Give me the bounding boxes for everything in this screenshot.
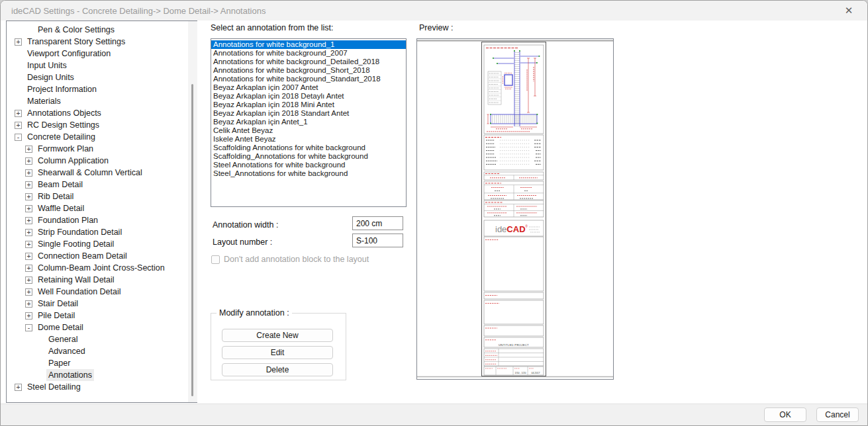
- list-item[interactable]: Steel_Annotations for white background: [211, 169, 406, 178]
- tree-item[interactable]: + Strip Foundation Detail: [7, 226, 197, 238]
- tree-expand-icon[interactable]: +: [25, 169, 32, 177]
- tree-expand-icon[interactable]: +: [25, 146, 32, 153]
- tree-item-label[interactable]: Input Units: [25, 60, 69, 71]
- tree-expand-icon[interactable]: +: [25, 205, 32, 212]
- tree-expand-icon[interactable]: -: [15, 134, 22, 141]
- tree-item-label[interactable]: Well Foundation Detail: [36, 286, 123, 298]
- tree-expand-icon[interactable]: +: [15, 384, 22, 391]
- tree-expand-icon[interactable]: +: [25, 217, 32, 224]
- tree-item[interactable]: + Waffle Detail: [7, 202, 197, 214]
- tree-item-label[interactable]: Annotations Objects: [25, 107, 103, 119]
- tree-expand-icon[interactable]: +: [25, 288, 32, 296]
- tree-item[interactable]: + Annotations Objects: [7, 107, 197, 119]
- tree-item-label[interactable]: Strip Foundation Detail: [36, 226, 124, 238]
- tree-item[interactable]: + Well Foundation Detail: [7, 286, 197, 298]
- tree-item-label[interactable]: Paper: [46, 357, 72, 369]
- tree-item-label[interactable]: Design Units: [25, 71, 76, 83]
- tree-item-label[interactable]: Connection Beam Detail: [36, 250, 129, 262]
- tree-item[interactable]: Paper: [7, 357, 197, 369]
- tree-item[interactable]: Materials: [7, 95, 197, 107]
- tree-expand-icon[interactable]: -: [25, 324, 32, 331]
- tree-item-label[interactable]: Transparent Story Settings: [25, 36, 127, 48]
- list-item[interactable]: Annotations for white background_2007: [211, 49, 406, 58]
- list-item[interactable]: Iskele Antet Beyaz: [211, 135, 406, 144]
- list-item[interactable]: Scaffolding_Annotations for white backgr…: [211, 152, 406, 161]
- list-item[interactable]: Annotations for white background_1: [211, 40, 406, 49]
- tree-item[interactable]: + Column Application: [7, 155, 197, 167]
- tree-item[interactable]: + Stair Detail: [7, 298, 197, 310]
- tree-item[interactable]: + Single Footing Detail: [7, 238, 197, 250]
- list-item[interactable]: Beyaz Arkaplan için Antet_1: [211, 118, 406, 126]
- tree-expand-icon[interactable]: +: [15, 38, 22, 46]
- tree-expand-icon[interactable]: +: [15, 110, 22, 117]
- layout-number-input[interactable]: [352, 234, 403, 247]
- tree-expand-icon[interactable]: +: [25, 300, 32, 308]
- tree-expand-icon[interactable]: +: [25, 312, 32, 320]
- close-icon[interactable]: ✕: [834, 1, 863, 21]
- tree-item-label[interactable]: Single Footing Detail: [36, 238, 116, 250]
- tree-item[interactable]: Annotations: [7, 369, 197, 381]
- tree-item-label[interactable]: RC Design Settings: [25, 119, 101, 131]
- tree-item[interactable]: + Pile Detail: [7, 310, 197, 321]
- tree-expand-icon[interactable]: +: [25, 229, 32, 236]
- tree-item[interactable]: Project Information: [7, 83, 197, 95]
- tree-item-label[interactable]: Dome Detail: [36, 321, 85, 333]
- tree-item-label[interactable]: Project Information: [25, 83, 99, 95]
- tree-item[interactable]: - Dome Detail: [7, 321, 197, 333]
- tree-item-label[interactable]: Steel Detailing: [25, 381, 83, 393]
- list-item[interactable]: Scaffolding Annotations for white backgr…: [211, 144, 406, 152]
- tree-expand-icon[interactable]: +: [15, 122, 22, 129]
- list-item[interactable]: Beyaz Arkaplan için 2018 Mini Antet: [211, 101, 406, 109]
- list-item[interactable]: Beyaz Arkaplan için 2018 Standart Antet: [211, 109, 406, 118]
- tree-item[interactable]: + Retaining Wall Detail: [7, 274, 197, 286]
- tree-item-label[interactable]: Annotations: [46, 369, 94, 381]
- tree-item-label[interactable]: Viewport Configuration: [25, 48, 113, 60]
- tree-item[interactable]: + Foundation Plan: [7, 214, 197, 226]
- tree-item[interactable]: + Steel Detailing: [7, 381, 197, 393]
- dont-add-annotation-checkbox[interactable]: [211, 255, 220, 264]
- tree-expand-icon[interactable]: +: [25, 181, 32, 189]
- annotation-list[interactable]: Annotations for white background_1Annota…: [211, 38, 407, 207]
- tree-item[interactable]: + Connection Beam Detail: [7, 250, 197, 262]
- annotation-width-input[interactable]: [352, 216, 403, 230]
- list-item[interactable]: Annotations for white background_Standar…: [211, 75, 406, 83]
- tree-item-label[interactable]: Retaining Wall Detail: [36, 274, 117, 286]
- tree-item[interactable]: + Shearwall & Column Vertical: [7, 167, 197, 179]
- tree-expand-icon[interactable]: +: [25, 253, 32, 260]
- tree-item[interactable]: - Concrete Detailing: [7, 131, 197, 143]
- tree-item-label[interactable]: Shearwall & Column Vertical: [36, 167, 144, 179]
- tree-item[interactable]: + Column-Beam Joint Cross-Section: [7, 262, 197, 274]
- cancel-button[interactable]: Cancel: [816, 407, 859, 422]
- tree-item-label[interactable]: Concrete Detailing: [25, 131, 97, 143]
- tree-item-label[interactable]: Pile Detail: [36, 310, 77, 321]
- tree-item-label[interactable]: General: [46, 333, 79, 345]
- tree-item[interactable]: + Transparent Story Settings: [7, 36, 197, 48]
- tree-expand-icon[interactable]: +: [25, 265, 32, 272]
- tree-item-label[interactable]: Pen & Color Settings: [36, 24, 117, 36]
- tree-expand-icon[interactable]: +: [25, 241, 32, 248]
- tree-item[interactable]: Viewport Configuration: [7, 48, 197, 60]
- tree-item-label[interactable]: Beam Detail: [36, 179, 85, 191]
- edit-button[interactable]: Edit: [222, 346, 333, 359]
- list-item[interactable]: Beyaz Arkaplan için 2007 Antet: [211, 83, 406, 92]
- tree-item[interactable]: + Rib Detail: [7, 191, 197, 202]
- tree-item-label[interactable]: Stair Detail: [36, 298, 80, 310]
- tree-item-label[interactable]: Rib Detail: [36, 191, 75, 202]
- tree-expand-icon[interactable]: +: [25, 277, 32, 284]
- list-item[interactable]: Beyaz Arkaplan için 2018 Detaylı Antet: [211, 92, 406, 101]
- ok-button[interactable]: OK: [764, 407, 806, 422]
- tree-item[interactable]: + Beam Detail: [7, 179, 197, 191]
- tree-vertical-scrollbar[interactable]: [188, 21, 197, 402]
- tree-item[interactable]: + RC Design Settings: [7, 119, 197, 131]
- tree-item-label[interactable]: Advanced: [46, 345, 87, 357]
- tree-expand-icon[interactable]: +: [25, 157, 32, 165]
- tree-item-label[interactable]: Column Application: [36, 155, 111, 167]
- tree-item[interactable]: Input Units: [7, 60, 197, 71]
- create-new-button[interactable]: Create New: [222, 329, 333, 342]
- tree-item[interactable]: Advanced: [7, 345, 197, 357]
- delete-button[interactable]: Delete: [222, 363, 333, 376]
- tree-item-label[interactable]: Waffle Detail: [36, 202, 86, 214]
- tree-item-label[interactable]: Foundation Plan: [36, 214, 100, 226]
- list-item[interactable]: Annotations for white background_Short_2…: [211, 66, 406, 75]
- tree-item[interactable]: General: [7, 333, 197, 345]
